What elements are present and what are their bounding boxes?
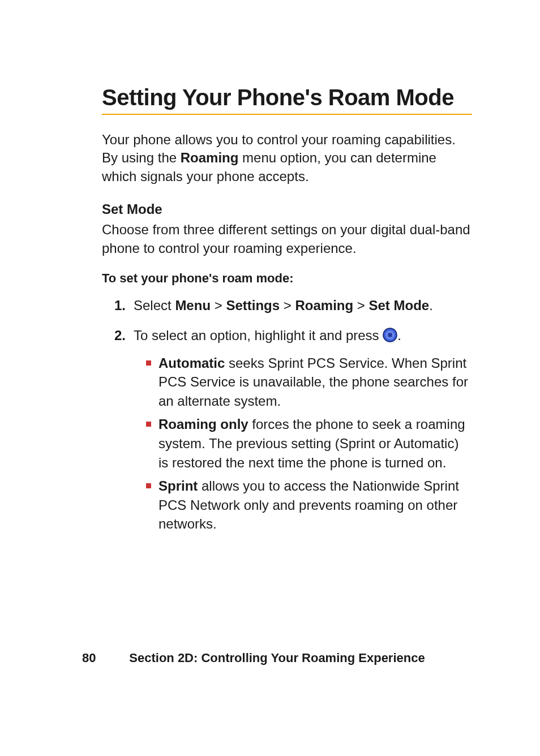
manual-page: Setting Your Phone's Roam Mode Your phon… [0,0,540,756]
step-2-body: To select an option, highlight it and pr… [134,326,472,534]
step1-sep1: > [211,298,226,313]
option-roaming-only-label: Roaming only [158,416,248,432]
ok-button-icon [383,328,397,348]
step1-sep2: > [280,298,295,313]
step2-after-icon: . [397,328,401,343]
option-sprint-label: Sprint [158,478,198,493]
svg-rect-2 [388,333,392,337]
step1-end: . [429,298,433,313]
section-label: Section 2D: Controlling Your Roaming Exp… [116,651,438,665]
option-automatic-label: Automatic [158,355,225,371]
option-automatic: Automatic seeks Sprint PCS Service. When… [158,354,472,411]
step-number: 2. [102,326,134,346]
intro-paragraph: Your phone allows you to control your ro… [102,131,472,186]
step-2: 2. To select an option, highlight it and… [102,326,472,534]
page-title: Setting Your Phone's Roam Mode [102,85,472,115]
set-mode-paragraph: Choose from three different settings on … [102,221,472,257]
step-number: 1. [102,296,134,316]
intro-bold: Roaming [181,150,239,165]
step1-setmode: Set Mode [368,298,429,313]
option-sprint-text: allows you to access the Nationwide Spri… [158,478,459,531]
step1-sep3: > [353,298,368,313]
steps-subhead: To set your phone's roam mode: [102,271,472,286]
step1-roaming: Roaming [295,298,353,313]
step-1: 1. Select Menu > Settings > Roaming > Se… [102,296,472,316]
step-1-body: Select Menu > Settings > Roaming > Set M… [134,296,472,316]
step2-before-icon: To select an option, highlight it and pr… [134,328,383,343]
step1-menu: Menu [175,298,211,313]
set-mode-heading: Set Mode [102,201,472,217]
page-footer: 80 Section 2D: Controlling Your Roaming … [0,651,540,665]
step1-settings: Settings [226,298,280,313]
steps-list: 1. Select Menu > Settings > Roaming > Se… [102,296,472,534]
option-roaming-only: Roaming only forces the phone to seek a … [158,415,472,472]
step1-lead: Select [134,298,175,313]
options-list: Automatic seeks Sprint PCS Service. When… [134,354,472,534]
option-sprint: Sprint allows you to access the Nationwi… [158,476,472,534]
page-number: 80 [82,651,116,665]
